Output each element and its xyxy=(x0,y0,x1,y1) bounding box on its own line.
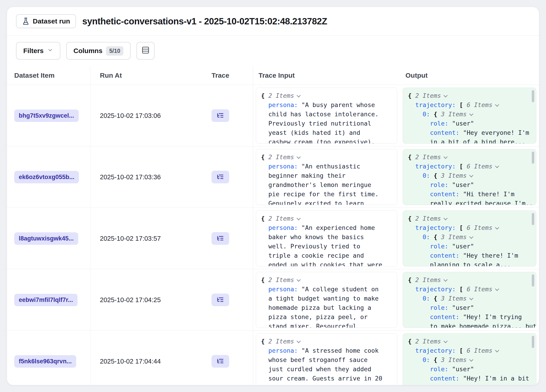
items-count-toggle[interactable]: 6 Items xyxy=(467,224,493,231)
json-key: persona: xyxy=(268,101,298,108)
table-row: ek6oz6vtoxg055b... 2025-10-02 17:03:36 {… xyxy=(7,146,539,208)
output-panel[interactable]: { 2 Itemstrajectory: [ 6 Items0: { 3 Ite… xyxy=(403,149,536,205)
dataset-item-badge[interactable]: eebwi7mfil7lqlf7r... xyxy=(14,294,78,306)
items-count-toggle[interactable]: 6 Items xyxy=(467,163,493,170)
row-height-button[interactable] xyxy=(136,42,155,60)
json-line: 0: { 3 Items xyxy=(408,171,536,180)
output-panel[interactable]: { 2 Itemstrajectory: [ 6 Items0: { 3 Ite… xyxy=(403,88,536,144)
json-string: pie recipe for the first time. xyxy=(268,190,379,198)
trace-input-panel[interactable]: { 2 Itemspersona: "A busy parent whosech… xyxy=(256,88,397,144)
json-key: trajectory: xyxy=(415,101,456,108)
trace-button[interactable] xyxy=(212,109,229,122)
trace-input-panel[interactable]: { 2 Itemspersona: "A college student ona… xyxy=(256,272,397,328)
json-key: role: xyxy=(430,304,448,311)
json-line: role: "user" xyxy=(408,364,536,374)
json-key: content: xyxy=(430,129,459,136)
output-panel[interactable]: { 2 Itemstrajectory: [ 6 Items0: { 3 Ite… xyxy=(403,333,536,385)
json-viewer: { 2 Itemspersona: "A stressed home cookw… xyxy=(256,334,397,385)
dataset-item-badge[interactable]: ek6oz6vtoxg055b... xyxy=(14,171,79,183)
items-count-toggle[interactable]: 2 Items xyxy=(268,153,294,161)
json-punct: { xyxy=(408,338,415,345)
items-count-toggle[interactable]: 6 Items xyxy=(467,286,493,293)
trace-input-cell: { 2 Itemspersona: "An enthusiasticbeginn… xyxy=(253,146,400,208)
scrollbar-thumb[interactable] xyxy=(532,152,534,164)
items-count-toggle[interactable]: 3 Items xyxy=(441,234,467,240)
items-count-toggle[interactable]: 3 Items xyxy=(441,356,467,363)
items-count-toggle[interactable]: 2 Items xyxy=(415,92,441,99)
header: Dataset run synthetic-conversations-v1 -… xyxy=(7,7,539,36)
json-string: "user" xyxy=(452,181,474,188)
trace-input-panel[interactable]: { 2 Itemspersona: "A stressed home cookw… xyxy=(256,333,397,385)
json-line: role: "user" xyxy=(408,303,536,312)
json-line: yeast (kids hated it) and xyxy=(261,128,397,137)
json-string: sour cream. Guests arrive in 20 xyxy=(268,375,382,382)
items-count-toggle[interactable]: 2 Items xyxy=(415,276,441,283)
items-count-toggle[interactable]: 2 Items xyxy=(268,92,294,99)
json-string: "A stressed home cook xyxy=(301,347,378,354)
items-count-toggle[interactable]: 3 Items xyxy=(441,111,467,118)
output-panel[interactable]: { 2 Itemstrajectory: [ 6 Items0: { 3 Ite… xyxy=(403,272,536,328)
columns-button[interactable]: Columns 5/10 xyxy=(66,42,131,60)
json-line: content: "Hey there! I'm xyxy=(408,251,536,260)
items-count-toggle[interactable]: 2 Items xyxy=(415,338,441,345)
trace-input-cell: { 2 Itemspersona: "A stressed home cookw… xyxy=(253,331,400,385)
trace-button[interactable] xyxy=(212,355,229,368)
json-string: pizza stone, pizza peel, or xyxy=(268,313,368,320)
json-string: beginner making their xyxy=(268,172,345,179)
json-line: persona: "An enthusiastic xyxy=(261,162,397,171)
json-line: beginner making their xyxy=(261,171,397,180)
output-panel[interactable]: { 2 Itemstrajectory: [ 6 Items0: { 3 Ite… xyxy=(403,210,536,266)
json-string: grandmother's lemon meringue xyxy=(268,181,371,188)
json-key: content: xyxy=(430,190,459,198)
items-count-toggle[interactable]: 3 Items xyxy=(441,295,467,302)
dataset-run-card: Dataset run synthetic-conversations-v1 -… xyxy=(7,7,539,385)
flask-icon xyxy=(22,17,30,25)
trace-button[interactable] xyxy=(212,232,229,245)
trace-button[interactable] xyxy=(212,171,229,183)
json-line: Previously tried nutritional xyxy=(261,119,397,128)
list-tree-icon xyxy=(217,112,224,120)
trace-button[interactable] xyxy=(212,294,229,306)
json-line: trajectory: [ 6 Items xyxy=(408,162,536,171)
trace-input-panel[interactable]: { 2 Itemspersona: "An experienced homeba… xyxy=(256,210,397,266)
dataset-item-badge[interactable]: l8agtuwxisgwk45... xyxy=(14,232,78,245)
items-count-toggle[interactable]: 2 Items xyxy=(415,215,441,222)
dataset-run-chip[interactable]: Dataset run xyxy=(16,14,76,28)
dataset-item-cell: ek6oz6vtoxg055b... xyxy=(7,146,90,208)
json-punct: [ xyxy=(456,347,467,354)
items-count-toggle[interactable]: 2 Items xyxy=(268,338,294,345)
scrollbar-thumb[interactable] xyxy=(532,274,534,287)
json-line: persona: "An experienced home xyxy=(261,223,397,232)
table-row: f5nk6lse963qrvn... 2025-10-02 17:04:44 {… xyxy=(7,331,539,385)
page-title: synthetic-conversations-v1 - 2025-10-02T… xyxy=(82,16,327,26)
list-tree-icon xyxy=(217,296,224,304)
trace-input-cell: { 2 Itemspersona: "An experienced homeba… xyxy=(253,208,400,269)
json-line: { 2 Items xyxy=(261,91,397,100)
json-line: { 2 Items xyxy=(408,214,536,223)
json-punct: { xyxy=(430,356,441,363)
json-line: trajectory: [ 6 Items xyxy=(408,100,536,109)
json-line: 0: { 3 Items xyxy=(408,355,536,364)
items-count-toggle[interactable]: 2 Items xyxy=(268,276,294,283)
trace-input-panel[interactable]: { 2 Itemspersona: "An enthusiasticbeginn… xyxy=(256,149,397,205)
json-key: 0: xyxy=(422,295,430,302)
toolbar: Filters Columns 5/10 xyxy=(7,36,539,66)
items-count-toggle[interactable]: 2 Items xyxy=(268,215,294,222)
items-count-toggle[interactable]: 3 Items xyxy=(441,172,467,179)
scrollbar-thumb[interactable] xyxy=(532,213,534,225)
json-punct: { xyxy=(430,111,441,118)
json-line: 0: { 3 Items xyxy=(408,109,536,119)
items-count-toggle[interactable]: 2 Items xyxy=(415,153,441,161)
dataset-item-badge[interactable]: bhg7t5xv9zgwcel... xyxy=(14,109,79,122)
scrollbar-thumb[interactable] xyxy=(532,90,534,102)
dataset-item-badge[interactable]: f5nk6lse963qrvn... xyxy=(14,355,76,368)
filters-button[interactable]: Filters xyxy=(16,42,60,60)
run-at-cell: 2025-10-02 17:04:44 xyxy=(90,331,208,385)
json-string: "A busy parent whose xyxy=(301,101,375,108)
scrollbar-thumb[interactable] xyxy=(532,336,534,348)
output-cell: { 2 Itemstrajectory: [ 6 Items0: { 3 Ite… xyxy=(400,85,539,146)
json-punct xyxy=(448,243,452,250)
items-count-toggle[interactable]: 6 Items xyxy=(467,347,493,354)
json-string: "user" xyxy=(452,243,474,250)
items-count-toggle[interactable]: 6 Items xyxy=(467,101,493,108)
